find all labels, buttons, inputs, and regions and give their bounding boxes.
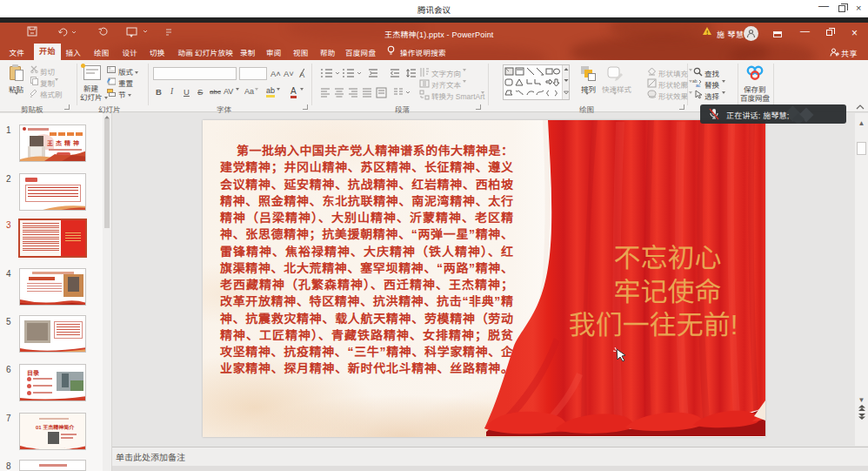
svg-text:ac: ac (696, 83, 701, 88)
